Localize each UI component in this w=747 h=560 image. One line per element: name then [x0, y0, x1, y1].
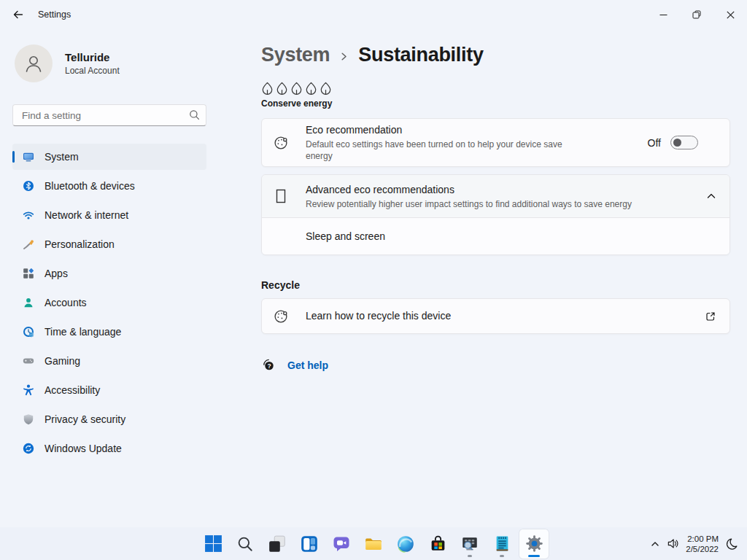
taskbar-search-icon: [236, 535, 254, 553]
store-icon: [429, 534, 447, 553]
sidebar-item-gaming[interactable]: Gaming: [12, 348, 206, 374]
volume-icon[interactable]: [667, 537, 679, 550]
gamepad-icon: [23, 355, 34, 367]
search-icon: [189, 109, 200, 123]
back-arrow-icon: [12, 9, 24, 20]
recycle-link-label: Learn how to recycle this device: [306, 309, 705, 323]
system-icon: [23, 151, 34, 163]
taskbar-screen-viewer-button[interactable]: [455, 529, 484, 559]
settings-gear-icon: [525, 534, 544, 553]
night-light-moon-icon[interactable]: [725, 537, 738, 551]
search-input[interactable]: [12, 104, 206, 126]
shield-icon: [23, 413, 34, 425]
sidebar-item-label: Accounts: [44, 297, 87, 308]
taskbar-store-button[interactable]: [423, 529, 452, 559]
brush-icon: [23, 238, 34, 250]
clock-icon: [23, 326, 34, 338]
external-link-icon: [705, 311, 716, 322]
leaf-icon: [320, 82, 332, 96]
taskbar-settings-button[interactable]: [519, 529, 549, 559]
restore-button[interactable]: [680, 0, 713, 29]
sidebar-item-accounts[interactable]: Accounts: [12, 289, 206, 316]
sidebar-nav: System Bluetooth & devices Network & int…: [12, 144, 206, 462]
notes-icon: [493, 534, 511, 553]
taskbar-search-button[interactable]: [231, 529, 260, 559]
sleep-and-screen-row[interactable]: Sleep and screen: [262, 218, 729, 254]
apps-icon: [23, 268, 34, 279]
conserve-energy-label: Conserve energy: [261, 98, 730, 109]
close-button[interactable]: [713, 0, 747, 29]
update-icon: [23, 443, 34, 454]
sidebar-item-accessibility[interactable]: Accessibility: [12, 377, 206, 403]
eco-recommendation-title: Eco recommendation: [306, 123, 648, 137]
sidebar-item-windows-update[interactable]: Windows Update: [12, 435, 206, 462]
chat-icon: [332, 534, 351, 553]
taskbar-file-explorer-button[interactable]: [359, 529, 388, 559]
sidebar: Telluride Local Account System Bluetooth…: [0, 29, 219, 527]
taskbar-task-view-button[interactable]: [263, 529, 292, 559]
restore-icon: [692, 10, 701, 19]
avatar: [15, 44, 53, 82]
eco-icon: [273, 135, 289, 151]
sidebar-item-privacy-security[interactable]: Privacy & security: [12, 406, 206, 432]
titlebar: Settings: [0, 0, 747, 29]
sidebar-item-apps[interactable]: Apps: [12, 260, 206, 287]
taskbar-chat-button[interactable]: [327, 529, 356, 559]
sidebar-item-network-internet[interactable]: Network & internet: [12, 202, 206, 228]
running-app-indicator: [500, 555, 504, 557]
breadcrumb-system[interactable]: System: [261, 44, 330, 66]
accessibility-icon: [23, 384, 34, 396]
get-help-row: ? Get help: [261, 358, 730, 372]
breadcrumb: System Sustainability: [261, 44, 730, 66]
energy-leaf-meter: [261, 82, 730, 96]
sidebar-item-label: Apps: [44, 268, 68, 279]
back-button[interactable]: [7, 4, 29, 25]
recycle-link-card[interactable]: Learn how to recycle this device: [261, 298, 730, 334]
eco-recommendation-toggle[interactable]: [670, 136, 698, 149]
bluetooth-icon: [23, 180, 34, 192]
active-app-indicator: [528, 555, 540, 557]
taskbar-widgets-button[interactable]: [295, 529, 324, 559]
help-icon: ?: [262, 358, 276, 372]
system-tray: 2:00 PM 2/5/2022: [650, 527, 738, 560]
sidebar-item-personalization[interactable]: Personalization: [12, 231, 206, 257]
leaf-icon: [261, 82, 274, 96]
minimize-icon: [659, 11, 667, 19]
minimize-button[interactable]: [646, 0, 680, 29]
taskbar-edge-button[interactable]: [391, 529, 420, 559]
taskbar-start-button[interactable]: [198, 529, 228, 559]
taskbar-notes-button[interactable]: [487, 529, 516, 559]
window-title: Settings: [38, 0, 71, 29]
sidebar-item-time-language[interactable]: Time & language: [12, 319, 206, 345]
clock[interactable]: 2:00 PM 2/5/2022: [686, 534, 719, 554]
sidebar-item-system[interactable]: System: [12, 144, 206, 170]
sidebar-item-label: Privacy & security: [44, 413, 125, 425]
close-icon: [727, 11, 735, 19]
sidebar-item-label: Personalization: [44, 238, 115, 250]
sidebar-item-bluetooth-devices[interactable]: Bluetooth & devices: [12, 173, 206, 199]
tray-chevron-up-icon[interactable]: [650, 539, 660, 549]
user-profile[interactable]: Telluride Local Account: [12, 44, 206, 82]
eco-icon: [273, 308, 289, 324]
eco-recommendation-description: Default eco settings have been turned on…: [306, 139, 581, 162]
account-icon: [23, 297, 34, 308]
advanced-eco-description: Review potentially higher user impact se…: [306, 198, 706, 210]
leaf-icon: [305, 82, 317, 96]
user-name: Telluride: [65, 51, 120, 63]
advanced-eco-header[interactable]: Advanced eco recommendations Review pote…: [262, 175, 729, 218]
wifi-icon: [23, 209, 34, 221]
search-box: [12, 104, 206, 126]
chevron-up-icon[interactable]: [706, 191, 716, 201]
taskbar: 2:00 PM 2/5/2022: [0, 527, 747, 560]
tray-date: 2/5/2022: [686, 544, 719, 554]
sidebar-item-label: System: [44, 151, 79, 163]
get-help-link[interactable]: Get help: [287, 359, 328, 371]
toggle-knob: [673, 139, 681, 147]
windows-start-icon: [204, 534, 222, 553]
leaf-icon: [276, 82, 288, 96]
task-view-icon: [268, 534, 287, 553]
screen-viewer-icon: [460, 534, 479, 553]
recycle-section-title: Recycle: [261, 279, 730, 291]
advanced-eco-title: Advanced eco recommendations: [306, 183, 706, 197]
advanced-eco-icon: [273, 189, 289, 203]
